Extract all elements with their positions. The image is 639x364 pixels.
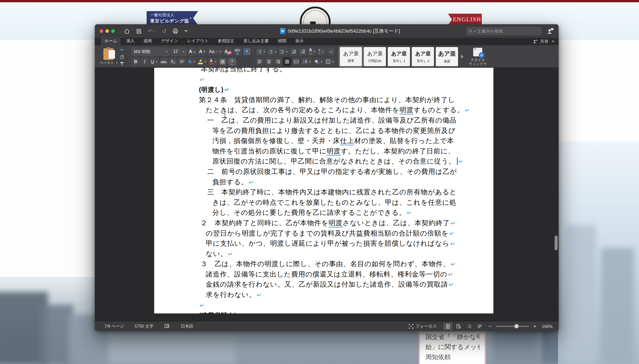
document-line[interactable]: 二 前号の原状回復工事は、甲又は甲の指定する者が実施し、その費用は乙が [199, 167, 450, 177]
document-line[interactable]: 負担する。↵ [199, 177, 450, 187]
multilevel-list-button[interactable]: ▾ [278, 47, 289, 56]
copy-icon[interactable] [120, 55, 124, 59]
bullets-button[interactable]: ▾ [256, 47, 266, 56]
vertical-scrollbar-thumb[interactable] [555, 236, 558, 250]
font-name-select[interactable]: MS 明朝▾ [131, 48, 170, 56]
phonetic-guide-button[interactable]: abcA [233, 47, 242, 56]
association-badge[interactable]: 一般社団法人 東京ビルヂング協会 « [147, 11, 198, 25]
borders-button[interactable]: ▾ [324, 57, 335, 66]
tab-ホーム[interactable]: ホーム [101, 37, 121, 45]
proofing-status-icon[interactable] [164, 323, 170, 329]
style-gallery-expand-icon[interactable] [461, 55, 464, 59]
increase-indent-button[interactable] [299, 47, 307, 56]
language-indicator[interactable]: 日本語 [181, 324, 193, 329]
document-line[interactable]: 甲に支払い、かつ、明渡し遅延により甲が被った損害を賠償しなければなら↵ [199, 238, 450, 249]
change-case-button[interactable]: Aa↻▾ [208, 47, 222, 56]
style-card-標準[interactable]: あア亜標準 [340, 47, 362, 66]
italic-button[interactable]: I [141, 57, 149, 66]
shading-button[interactable]: ▾ [313, 57, 324, 66]
document-line[interactable]: ↵ [199, 74, 450, 85]
align-center-button[interactable] [265, 57, 273, 66]
show-paragraph-marks-button[interactable] [327, 47, 335, 56]
document-line[interactable]: 三 本契約終了時に、本物件内又は本建物内に残置された乙の所有物があると [199, 187, 450, 197]
document-line[interactable]: ２ 本契約終了と同時に、乙が本物件を明渡さないときは、乙は、本契約終了↵ [199, 218, 450, 228]
zoom-out-button[interactable]: − [488, 324, 492, 329]
toolbar-options-icon[interactable]: ▾ [185, 30, 188, 32]
line-spacing-button[interactable]: ▾ [301, 57, 312, 66]
sort-button[interactable]: AZ↓ [317, 47, 326, 56]
outline-view-button[interactable] [465, 323, 474, 330]
search-input[interactable]: ▾ 文書内を検索 [466, 27, 542, 35]
document-line[interactable]: 求を行わない。↵ [199, 290, 450, 300]
save-icon[interactable] [136, 28, 142, 34]
style-window-button[interactable]: ⇄ スタイルウィンドウ [469, 48, 487, 66]
share-person-add-icon[interactable] [533, 39, 538, 44]
document-line[interactable]: 物件を引渡当初の原状に復して甲に明渡す。ただし、本契約の終了日前に、 [199, 146, 450, 156]
character-border-button[interactable]: A [243, 47, 251, 56]
cut-icon[interactable]: ✂ [120, 47, 124, 53]
minimize-button[interactable] [105, 29, 109, 33]
zoom-in-button[interactable]: + [533, 324, 536, 329]
share-button[interactable]: 共有 [540, 39, 549, 44]
numbering-button[interactable]: 123▾ [267, 47, 278, 56]
document-line[interactable]: たときは、乙は、次の各号の定めるところにより、本物件を明渡すものとする。↵ [199, 105, 450, 115]
document-area[interactable]: 本契約は当然に終了する。↵(明渡し)↵第２４条 賃貸借期間の満了、解約、解除その… [95, 68, 559, 322]
document-line[interactable]: 原状回復の方法に関し、甲乙間に合意がなされたときは、その合意に従う。↵ [199, 156, 450, 167]
justify-button[interactable] [283, 57, 291, 66]
underline-button[interactable]: U▾ [150, 57, 159, 66]
font-size-select[interactable]: 12▾ [171, 48, 187, 56]
document-line[interactable]: ３ 乙は、本物件の明渡しに際し、その事由、名目の如何を問わず、本物件、↵ [199, 259, 450, 269]
zoom-slider[interactable] [496, 326, 529, 327]
print-icon[interactable] [172, 28, 178, 34]
distribute-text-button[interactable] [292, 57, 301, 66]
tab-レイアウト[interactable]: レイアウト [184, 37, 212, 45]
document-line[interactable]: 第２４条 賃貸借期間の満了、解約、解除その他の事由により、本契約が終了し [199, 95, 450, 105]
align-left-button[interactable] [256, 57, 264, 66]
document-line[interactable]: (明渡し)↵ [199, 84, 450, 95]
print-layout-view-button[interactable] [443, 323, 452, 330]
paste-button[interactable]: ペースト▾ [100, 48, 118, 65]
english-link-ribbon[interactable]: » ENGLISH [448, 14, 482, 25]
document-line[interactable]: 金銭の請求を行わない。又、乙が新設又は付加した諸造作、設備等の買取請↵ [199, 279, 450, 290]
bold-button[interactable]: B [131, 57, 140, 66]
decrease-indent-button[interactable] [289, 47, 298, 56]
enclose-characters-button[interactable]: 字 [227, 57, 237, 66]
strikethrough-button[interactable]: abc [159, 57, 168, 66]
text-effects-button[interactable]: A▾ [187, 57, 196, 66]
zoom-slider-thumb[interactable] [514, 324, 519, 328]
style-card-見出し 1[interactable]: あア亜見出し 1 [388, 47, 410, 66]
document-line[interactable]: 等を乙の費用負担により撤去するとともに、乙による本物件の変更箇所及び [199, 126, 450, 136]
document-line[interactable]: 一 乙は、乙の費用により新設又は付加した諸造作、設備等及び乙所有の備品 [199, 115, 450, 126]
document-line[interactable]: ない。↵ [199, 249, 450, 259]
draft-view-button[interactable] [475, 323, 484, 330]
page-indicator[interactable]: 7/9 ページ [104, 324, 124, 329]
align-right-button[interactable] [274, 57, 282, 66]
format-painter-icon[interactable] [120, 61, 124, 66]
superscript-button[interactable]: X² [178, 57, 186, 66]
search-scope-chevron[interactable]: ▾ [474, 30, 476, 33]
document-line[interactable]: の翌日から明渡しが完了するまでの賃料及び共益費相当額の合計額の倍額を↵ [199, 228, 450, 239]
shrink-font-button[interactable]: A [198, 47, 207, 56]
grow-font-button[interactable]: A [188, 47, 197, 56]
highlight-button[interactable]: ▾ [197, 57, 207, 66]
clear-formatting-button[interactable]: A [223, 47, 233, 56]
document-line[interactable]: 諸造作、設備等に支出した費用の償還又は立退料、移転料、権利金等一切の↵ [199, 269, 450, 280]
document-line[interactable]: ↵ [199, 300, 450, 310]
document-line[interactable]: きは、乙がその時点でこれを放棄したものとみなし、甲は、これを任意に処 [199, 197, 450, 208]
style-card-見出し 2[interactable]: あア亜見出し 2 [412, 47, 434, 66]
tab-挿入[interactable]: 挿入 [123, 37, 138, 45]
news-panel[interactable]: 国交省『「静かな年末年 始」に関するメッセージ』 周知依頼 [419, 329, 486, 364]
undo-menu-chevron[interactable]: ▾ [154, 30, 156, 33]
tab-表示[interactable]: 表示 [292, 37, 307, 45]
web-layout-view-button[interactable] [454, 323, 463, 330]
style-card-行間詰め[interactable]: あア亜行間詰め [364, 47, 386, 66]
tab-校閲[interactable]: 校閲 [274, 37, 290, 45]
document-line[interactable]: 本契約は当然に終了する。 [199, 68, 450, 74]
tab-描画[interactable]: 描画 [140, 37, 155, 45]
tab-参照設定[interactable]: 参照設定 [214, 37, 238, 45]
asian-layout-button[interactable]: A⇄▾ [308, 47, 316, 56]
document-page[interactable]: 本契約は当然に終了する。↵(明渡し)↵第２４条 賃貸借期間の満了、解約、解除その… [154, 68, 493, 313]
document-line[interactable]: 汚損，損傷個所を修復し、壁・天井・床仕上材の塗装、貼替を行った上で本 [199, 136, 450, 146]
tab-デザイン[interactable]: デザイン [157, 37, 182, 45]
zoom-window-button[interactable] [111, 29, 115, 33]
